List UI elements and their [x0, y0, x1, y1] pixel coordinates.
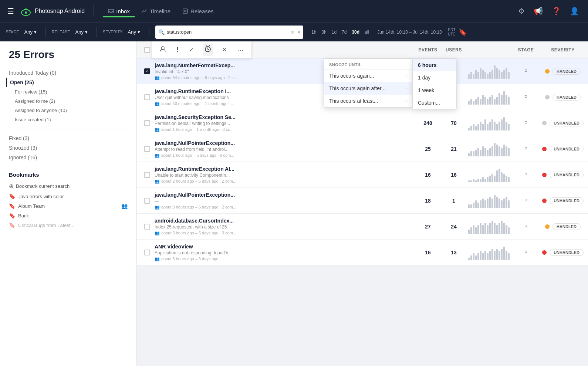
nav-releases[interactable]: Releases — [177, 5, 219, 17]
table-row[interactable]: java.lang.SecurityException Se... Permis… — [137, 110, 588, 136]
submenu-custom[interactable]: Custom... — [413, 96, 456, 109]
row-checkbox[interactable] — [140, 198, 155, 204]
search-filter-icon[interactable]: ▾ — [298, 29, 300, 35]
sidebar: 25 Errors Introduced Today (0) Open (25)… — [0, 41, 137, 366]
chart-bar — [491, 119, 493, 131]
bookmark-icon[interactable]: 🔖 — [459, 28, 467, 36]
snooze-occurs-again-after[interactable]: This occurs again after... › — [324, 82, 412, 95]
row-checkbox[interactable] — [140, 224, 155, 230]
chart-bar — [487, 177, 489, 182]
row-info: java.lang.RuntimeException Al... Unable … — [155, 166, 415, 184]
error-subtitle: Unable to start activity ComponentIn... — [155, 173, 412, 178]
checkbox[interactable] — [144, 146, 150, 152]
row-checkbox[interactable] — [140, 250, 155, 255]
checkbox[interactable] — [144, 68, 150, 74]
sidebar-item-assigned-me[interactable]: Assigned to me (2) — [9, 96, 128, 106]
stage-value: P — [511, 250, 541, 255]
release-select[interactable]: Any ▾ — [72, 28, 91, 36]
severity-select[interactable]: Any ▾ — [125, 28, 143, 36]
chart-bar — [473, 203, 474, 208]
checkbox[interactable] — [144, 198, 150, 204]
row-checkbox[interactable] — [140, 68, 155, 74]
checkbox[interactable] — [144, 172, 150, 178]
stage-select[interactable]: Any ▾ — [21, 28, 40, 36]
bookmark-java-errors[interactable]: 🔖 .java errors with color — [9, 192, 128, 201]
severity-dot — [542, 250, 547, 255]
nav-timeline[interactable]: Timeline — [136, 5, 176, 17]
sidebar-item-issue-created[interactable]: Issue created (1) — [9, 115, 128, 124]
help-icon[interactable]: ❓ — [549, 4, 564, 18]
user-icon[interactable]: 👤 — [567, 4, 582, 18]
sidebar-item-ignored[interactable]: Ignored (16) — [9, 153, 128, 162]
chart-bar — [494, 223, 496, 234]
time-1h[interactable]: 1h — [309, 28, 318, 36]
row-checkbox[interactable] — [140, 120, 155, 126]
bell-icon[interactable]: 📢 — [531, 4, 546, 18]
sidebar-item-assigned-anyone[interactable]: Assigned to anyone (10) — [9, 106, 128, 115]
snooze-occurs-at-least[interactable]: This occurs at least... › — [324, 95, 412, 107]
sidebar-item-introduced-today[interactable]: Introduced Today (0) — [9, 68, 128, 78]
ignore-action-icon[interactable]: ✕ — [220, 45, 228, 55]
sidebar-item-snoozed[interactable]: Snoozed (3) — [9, 143, 128, 153]
team-icon: 👥 — [155, 231, 160, 235]
sidebar-item-for-review[interactable]: For review (15) — [9, 87, 128, 96]
checkbox[interactable] — [144, 224, 150, 230]
checkbox[interactable] — [144, 250, 150, 255]
chart-bar — [503, 145, 505, 156]
sidebar-divider-2 — [9, 167, 128, 167]
time-1d[interactable]: 1d — [330, 28, 339, 36]
bookmark-album-team[interactable]: 🔖 Album Team 👥 — [9, 201, 128, 211]
chart-bar — [475, 227, 477, 234]
chart-bar — [501, 221, 503, 234]
stage-value: P — [511, 198, 541, 203]
chart-bar — [508, 200, 510, 208]
priority-action-icon[interactable]: ! — [175, 44, 180, 55]
severity-badge: UNHANDLED — [550, 197, 584, 204]
nav-inbox[interactable]: Inbox — [103, 5, 135, 17]
chart-bar — [482, 199, 484, 208]
row-checkbox[interactable] — [140, 94, 155, 100]
table-row[interactable]: java.lang.NullPointerException... — 👥 ab… — [137, 188, 588, 214]
settings-icon[interactable]: ⚙ — [515, 4, 528, 18]
chart-bar — [491, 70, 493, 79]
hamburger-icon[interactable]: ☰ — [6, 5, 16, 17]
search-input[interactable] — [167, 29, 288, 35]
chart-bar — [484, 119, 486, 131]
chart-bar — [477, 253, 479, 260]
snooze-action-icon[interactable] — [203, 44, 213, 56]
submenu-1week[interactable]: 1 week — [413, 84, 456, 96]
snooze-occurs-again[interactable]: This occurs again... › — [324, 70, 412, 82]
checkbox[interactable] — [144, 47, 150, 53]
sidebar-item-open[interactable]: Open (25) — [6, 78, 128, 87]
chart-bar — [489, 97, 491, 105]
bookmark-back[interactable]: 🔖 Back — [9, 211, 128, 220]
submenu-1day[interactable]: 1 day — [413, 71, 456, 84]
resolve-action-icon[interactable]: ✓ — [187, 45, 195, 55]
table-row[interactable]: java.lang.RuntimeException Al... Unable … — [137, 162, 588, 188]
release-filter-group: RELEASE Any ▾ — [52, 28, 91, 36]
chart-bar — [501, 172, 503, 182]
assign-action-icon[interactable] — [158, 44, 168, 55]
bookmark-critical-bugs[interactable]: 🔖 Critical Bugs from Latest... — [9, 220, 128, 230]
checkbox[interactable] — [144, 94, 150, 100]
table-row[interactable]: java.lang.NullPointerException... Attemp… — [137, 136, 588, 162]
time-30d[interactable]: 30d — [349, 28, 362, 36]
checkbox[interactable] — [144, 120, 150, 126]
row-checkbox[interactable] — [140, 146, 155, 152]
brand-logo[interactable]: Photosnap Android — [20, 5, 85, 17]
stage-value: P — [511, 95, 541, 100]
chart-bar — [494, 143, 496, 156]
row-checkbox[interactable] — [140, 172, 155, 178]
bookmark-add-btn[interactable]: ⊕ Bookmark current search — [9, 181, 128, 192]
table-row[interactable]: ANR VideoView Application is not respond… — [137, 240, 588, 265]
clear-search-icon[interactable]: ✕ — [290, 29, 295, 35]
more-action-icon[interactable]: ⋯ — [236, 44, 246, 55]
time-3h[interactable]: 3h — [319, 28, 328, 36]
table-row[interactable]: android.database.CursorIndex... Index 25… — [137, 214, 588, 240]
sidebar-item-fixed[interactable]: Fixed (3) — [9, 133, 128, 143]
events-chart — [467, 167, 511, 182]
time-7d[interactable]: 7d — [339, 28, 349, 36]
submenu-6hours[interactable]: 6 hours — [413, 59, 456, 71]
timezone-badge: PDT UTC — [448, 28, 456, 37]
time-all[interactable]: all — [362, 28, 371, 36]
